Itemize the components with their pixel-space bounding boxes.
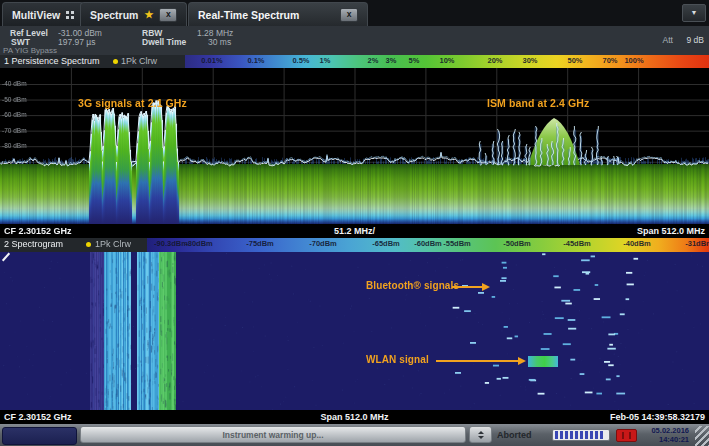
tab-multiview[interactable]: MultiView: [2, 2, 84, 26]
scale-tick-label: -50dBm: [503, 239, 531, 248]
status-bar: Instrument warming up... Aborted 05.02.2…: [0, 424, 709, 446]
spectrogram-window-title: 2 Spectrogram: [4, 239, 63, 249]
scale-tick-label: -75dBm: [246, 239, 274, 248]
softkey-placeholder[interactable]: [2, 427, 77, 445]
scale-tick-label: 1%: [320, 56, 331, 65]
status-date: 05.02.2016: [629, 426, 689, 435]
bluetooth-arrow-line: [452, 286, 482, 288]
persistence-spectrum-canvas: [0, 68, 709, 224]
swt-value[interactable]: 197.97 µs: [58, 37, 96, 47]
persistence-window-title: 1 Persistence Spectrum: [4, 56, 100, 66]
pa-yig-bypass-label: PA YIG Bypass: [3, 46, 57, 55]
scale-tick-label: 0.01%: [201, 56, 222, 65]
trace-active-dot-icon: [113, 59, 118, 64]
scale-tick-label: -90.3dBm: [154, 239, 188, 248]
annotation-bluetooth-signals: Bluetooth® signals: [366, 280, 459, 291]
scale-tick-label: 2%: [368, 56, 379, 65]
persistence-footer-bar: CF 2.30152 GHz 51.2 MHz/ Span 512.0 MHz: [0, 224, 709, 238]
span-value[interactable]: Span 512.0 MHz: [637, 224, 705, 238]
annotation-ism-band: ISM band at 2.4 GHz: [487, 97, 589, 109]
scale-tick-label: 20%: [487, 56, 502, 65]
scale-tick-label: 50%: [567, 56, 582, 65]
scale-tick-label: -55dBm: [443, 239, 471, 248]
spectrogram-plot: Bluetooth® signals WLAN signal: [0, 252, 709, 410]
scale-tick-label: -80dBm: [185, 239, 213, 248]
tab-realtime-label: Real-Time Spectrum: [198, 9, 299, 21]
mhz-per-division-value: 51.2 MHz/: [334, 224, 375, 238]
status-message: Instrument warming up...: [80, 426, 466, 443]
analyzer-screen: MultiView Spectrum ★ x Real-Time Spectru…: [0, 0, 709, 446]
att-value[interactable]: 9 dB: [687, 35, 705, 45]
scale-tick-label: -70dBm: [309, 239, 337, 248]
amplitude-tick-label: -80 dBm: [2, 142, 27, 149]
scale-tick-label: 5%: [409, 56, 420, 65]
scale-tick-label: -65dBm: [372, 239, 400, 248]
tab-spectrum[interactable]: Spectrum ★ x: [80, 2, 187, 26]
scale-tick-label: 3%: [386, 56, 397, 65]
scale-tick-label: -60dBm: [414, 239, 442, 248]
bluetooth-arrow-head-icon: [482, 283, 490, 291]
tab-multiview-label: MultiView: [12, 9, 60, 21]
scale-tick-label: 0.5%: [292, 56, 309, 65]
persistence-color-scale: 0.01%0.1%0.5%1%2%3%5%10%20%30%50%70%100%: [185, 55, 709, 68]
spectrogram-trace-label[interactable]: 1Pk Clrw: [95, 239, 131, 249]
multiview-grid-icon: [66, 11, 74, 19]
annotation-3g-signals: 3G signals at 2.1 GHz: [78, 97, 187, 109]
spectrogram-color-scale: -90.3dBm-80dBm-75dBm-70dBm-65dBm-60dBm-5…: [147, 238, 709, 252]
amplitude-tick-label: -60 dBm: [2, 111, 27, 118]
measurement-state-label: Aborted: [497, 424, 532, 446]
center-frequency-value[interactable]: CF 2.30152 GHz: [4, 410, 72, 424]
wlan-arrow-line: [436, 360, 518, 362]
spectrogram-footer-bar: CF 2.30152 GHz Span 512.0 MHz Feb-05 14:…: [0, 410, 709, 424]
scale-tick-label: 100%: [624, 56, 643, 65]
progress-bar: [552, 429, 610, 441]
annotation-wlan-signal: WLAN signal: [366, 354, 429, 365]
resize-grip[interactable]: [695, 426, 709, 446]
tab-spectrum-label: Spectrum: [90, 9, 138, 21]
scale-tick-label: 30%: [522, 56, 537, 65]
amplitude-tick-label: -40 dBm: [2, 80, 27, 87]
chevron-down-icon: ▼: [691, 9, 698, 16]
trace-active-dot-icon: [86, 242, 91, 247]
persistence-spectrum-plot: -40 dBm-50 dBm-60 dBm-70 dBm-80 dBm 3G s…: [0, 68, 709, 224]
att-label: Att: [663, 35, 673, 45]
close-tab-icon[interactable]: x: [159, 8, 177, 22]
spectrogram-window-header[interactable]: 2 Spectrogram 1Pk Clrw -90.3dBm-80dBm-75…: [0, 238, 709, 252]
persistence-trace-label[interactable]: 1Pk Clrw: [121, 56, 157, 66]
amplitude-tick-label: -50 dBm: [2, 96, 27, 103]
scale-tick-label: -45dBm: [563, 239, 591, 248]
spectrogram-canvas: [0, 252, 709, 410]
tab-list-dropdown-button[interactable]: ▼: [682, 4, 706, 22]
dwell-time-label: Dwell Time: [142, 37, 186, 47]
wlan-arrow-head-icon: [518, 357, 526, 365]
scale-tick-label: 0.1%: [247, 56, 264, 65]
span-value[interactable]: Span 512.0 MHz: [320, 410, 388, 424]
scale-tick-label: 10%: [439, 56, 454, 65]
scale-tick-label: -31dBm: [685, 239, 709, 248]
status-time: 14:40:21: [629, 435, 689, 444]
message-scroll-stepper[interactable]: [469, 426, 492, 443]
close-tab-icon[interactable]: x: [340, 8, 358, 22]
amplitude-tick-label: -70 dBm: [2, 127, 27, 134]
channel-settings-bar: Ref Level -31.00 dBm RBW 1.28 MHz SWT 19…: [0, 26, 709, 55]
datetime-display: 05.02.2016 14:40:21: [629, 426, 689, 444]
center-frequency-value[interactable]: CF 2.30152 GHz: [4, 224, 72, 238]
frame-timestamp: Feb-05 14:39:58.32179: [610, 410, 705, 424]
amplitude-axis-labels: -40 dBm-50 dBm-60 dBm-70 dBm-80 dBm: [0, 68, 60, 224]
persistence-window-header[interactable]: 1 Persistence Spectrum 1Pk Clrw 0.01%0.1…: [0, 55, 709, 68]
tab-bar: MultiView Spectrum ★ x Real-Time Spectru…: [0, 0, 709, 26]
scale-tick-label: 70%: [602, 56, 617, 65]
tab-realtime-spectrum[interactable]: Real-Time Spectrum x: [188, 2, 368, 26]
scale-tick-label: -40dBm: [623, 239, 651, 248]
dwell-time-value[interactable]: 30 ms: [208, 37, 231, 47]
star-icon: ★: [144, 10, 153, 20]
